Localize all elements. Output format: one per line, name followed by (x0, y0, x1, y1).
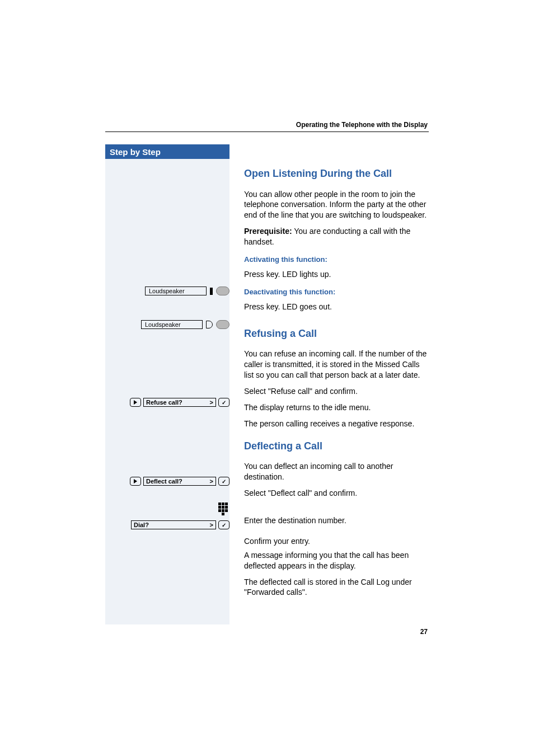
paragraph: You can refuse an incoming call. If the … (244, 349, 428, 381)
heading-refusing: Refusing a Call (244, 328, 428, 340)
led-on-indicator (210, 288, 213, 295)
menu-text: Refuse call? (146, 399, 182, 406)
page-number: 27 (420, 628, 428, 636)
heading-deflecting: Deflecting a Call (244, 440, 428, 453)
menu-display: Refuse call? > (143, 398, 216, 407)
nav-next-icon (130, 398, 141, 407)
sidebar-header: Step by Step (105, 144, 229, 159)
confirm-check-icon (218, 520, 229, 529)
chevron-right-icon: > (210, 522, 213, 528)
paragraph: The person calling receives a negative r… (244, 419, 428, 429)
confirm-check-icon (218, 477, 229, 486)
step-text: Press key. LED lights up. (244, 269, 428, 280)
step-text: Confirm your entry. (244, 536, 428, 547)
chevron-right-icon: > (210, 399, 213, 406)
step-text: Select "Refuse call" and confirm. (244, 386, 428, 397)
step-text: Select "Deflect call" and confirm. (244, 488, 428, 499)
key-button-icon (216, 287, 229, 295)
sidebar-body: Loudspeaker Loudspeaker Refuse call? > D… (105, 159, 229, 624)
step-text: Press key. LED goes out. (244, 302, 428, 312)
dial-menu: Dial? > (131, 520, 229, 529)
header-rule (105, 132, 429, 132)
step-text: Enter the destination number. (244, 515, 428, 526)
paragraph: The display returns to the idle menu. (244, 402, 428, 413)
keypad-icon-row (218, 503, 229, 515)
page: Operating the Telephone with the Display… (0, 0, 534, 756)
paragraph: You can allow other people in the room t… (244, 189, 428, 221)
menu-text: Deflect call? (146, 478, 182, 485)
loudspeaker-key-on: Loudspeaker (145, 287, 229, 295)
menu-text: Dial? (134, 522, 149, 528)
running-head: Operating the Telephone with the Display (296, 121, 428, 129)
paragraph: A message informing you that the call ha… (244, 550, 428, 571)
loudspeaker-key-label: Loudspeaker (145, 287, 207, 295)
chevron-right-icon: > (210, 478, 213, 485)
keypad-icon (218, 503, 229, 512)
content-column: Open Listening During the Call You can a… (244, 168, 428, 603)
loudspeaker-key-off: Loudspeaker (141, 320, 229, 329)
confirm-check-icon (218, 398, 229, 407)
nav-next-icon (130, 477, 141, 486)
deflect-call-menu: Deflect call? > (130, 477, 229, 486)
paragraph: You can deflect an incoming call to anot… (244, 461, 428, 482)
loudspeaker-key-label: Loudspeaker (141, 320, 203, 329)
menu-display: Deflect call? > (143, 477, 216, 486)
subheading-deactivating: Deactivating this function: (244, 288, 428, 296)
prerequisite-label: Prerequisite: (244, 227, 292, 236)
paragraph: The deflected call is stored in the Call… (244, 577, 428, 598)
refuse-call-menu: Refuse call? > (130, 398, 229, 407)
key-button-icon (216, 320, 229, 329)
menu-display: Dial? > (131, 520, 216, 529)
heading-open-listening: Open Listening During the Call (244, 168, 428, 180)
subheading-activating: Activating this function: (244, 255, 428, 264)
led-off-indicator (206, 321, 213, 328)
paragraph: Prerequisite: You are conducting a call … (244, 226, 428, 247)
